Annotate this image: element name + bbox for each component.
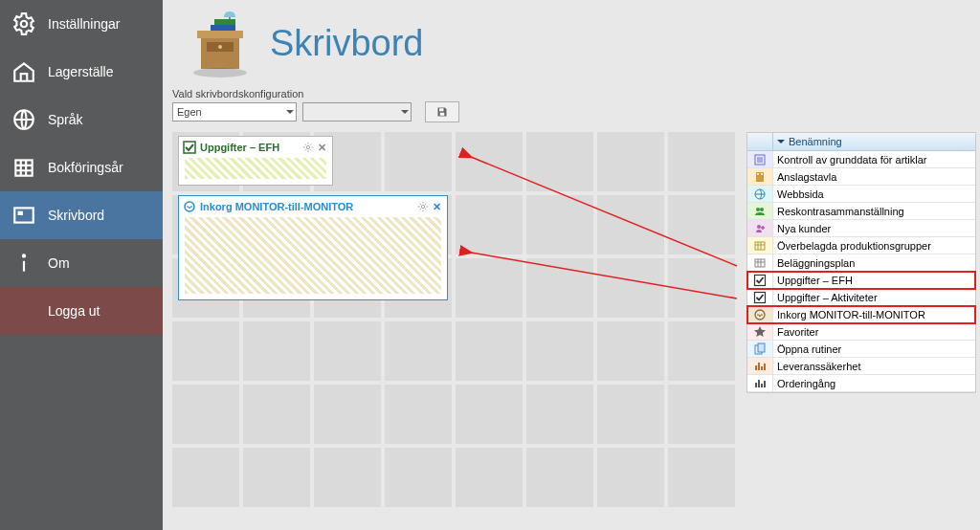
- list-item[interactable]: Kontroll av grunddata för artiklar: [747, 151, 975, 168]
- config-controls: Egen: [172, 101, 961, 122]
- svg-rect-9: [197, 31, 243, 38]
- list-item-label: Inkorg MONITOR-till-MONITOR: [773, 309, 975, 320]
- nav-desktop[interactable]: Skrivbord: [0, 191, 163, 239]
- nav-about[interactable]: Om: [0, 239, 163, 287]
- nav-language[interactable]: Språk: [0, 96, 163, 144]
- chevron-down-icon: [401, 110, 409, 114]
- list-item-icon: [747, 323, 773, 340]
- list-body: Kontroll av grunddata för artiklarAnslag…: [747, 151, 975, 392]
- list-item[interactable]: Nya kunder: [747, 220, 975, 237]
- nav-label: Språk: [48, 112, 83, 127]
- nav-warehouse[interactable]: Lagerställe: [0, 48, 163, 96]
- config-select-secondary[interactable]: [302, 102, 412, 121]
- list-item-label: Uppgifter – EFH: [773, 275, 975, 286]
- list-item[interactable]: Webbsida: [747, 186, 975, 203]
- save-button[interactable]: [425, 101, 459, 122]
- svg-rect-16: [184, 142, 195, 153]
- sort-caret-icon: [777, 140, 785, 144]
- svg-point-27: [756, 208, 760, 211]
- list-item[interactable]: Inkorg MONITOR-till-MONITOR: [747, 306, 975, 323]
- nav-settings[interactable]: Inställningar: [0, 0, 163, 48]
- blank-icon: [11, 298, 36, 323]
- list-item-label: Orderingång: [773, 378, 975, 389]
- list-item[interactable]: Reskontrasammanställning: [747, 203, 975, 220]
- nav-label: Bokföringsår: [48, 160, 123, 175]
- list-item[interactable]: Öppna rutiner: [747, 341, 975, 358]
- list-item-icon: [747, 306, 773, 322]
- list-item[interactable]: Uppgifter – Aktiviteter: [747, 289, 975, 306]
- list-item-icon: [747, 254, 773, 271]
- svg-point-18: [185, 202, 194, 211]
- svg-point-28: [760, 208, 764, 211]
- list-item-label: Uppgifter – Aktiviteter: [773, 292, 975, 303]
- list-item-icon: [747, 220, 773, 236]
- list-item-label: Anslagstavla: [773, 171, 975, 183]
- svg-rect-30: [755, 242, 765, 250]
- svg-rect-31: [755, 259, 765, 267]
- list-item-icon: [747, 168, 773, 185]
- list-item-icon: [747, 272, 773, 288]
- list-item-icon: [747, 375, 773, 391]
- list-item-label: Överbelagda produktionsgrupper: [773, 240, 975, 252]
- list-item[interactable]: Orderingång: [747, 375, 975, 392]
- list-item-icon: [747, 203, 773, 219]
- list-header-label: Benämning: [789, 136, 842, 147]
- widget-efh[interactable]: Uppgifter – EFH ✕: [178, 136, 333, 186]
- list-item[interactable]: Leveranssäkerhet: [747, 358, 975, 375]
- widget-gear-icon[interactable]: [301, 141, 315, 154]
- nav-label: Logga ut: [48, 303, 100, 319]
- widget-body: [185, 158, 326, 179]
- svg-point-17: [306, 145, 309, 148]
- calendar-grid-icon: [11, 155, 36, 180]
- drop-grid[interactable]: [172, 132, 735, 507]
- list-header[interactable]: Benämning: [747, 133, 975, 151]
- list-item[interactable]: Beläggningsplan: [747, 254, 975, 272]
- list-item-label: Nya kunder: [773, 223, 975, 234]
- widget-gear-icon[interactable]: [416, 200, 430, 213]
- svg-point-19: [421, 205, 424, 208]
- config-label: Vald skrivbordskonfiguration: [172, 88, 961, 99]
- desk-icon: [182, 8, 258, 78]
- nav-label: Lagerställe: [48, 64, 114, 79]
- svg-rect-15: [440, 113, 445, 116]
- list-item[interactable]: Anslagstavla: [747, 168, 975, 186]
- widget-list-panel: Benämning Kontroll av grunddata för arti…: [746, 132, 976, 393]
- app-root: Inställningar Lagerställe Språk Bokförin…: [0, 0, 980, 530]
- list-item[interactable]: Överbelagda produktionsgrupper: [747, 237, 975, 254]
- nav-label: Skrivbord: [48, 208, 104, 223]
- svg-point-13: [193, 68, 247, 77]
- nav-label: Inställningar: [48, 16, 121, 32]
- list-item-icon: [747, 237, 773, 254]
- checkbox-icon: [183, 141, 196, 154]
- svg-point-25: [761, 173, 763, 175]
- list-item-label: Leveranssäkerhet: [773, 361, 975, 372]
- page-title: Skrivbord: [270, 23, 424, 64]
- list-item-label: Beläggningsplan: [773, 257, 975, 269]
- list-item[interactable]: Favoriter: [747, 323, 975, 341]
- svg-point-0: [21, 21, 28, 28]
- dashboard-icon: [11, 203, 36, 228]
- svg-rect-4: [18, 211, 23, 215]
- save-icon: [436, 106, 448, 118]
- svg-rect-8: [211, 25, 235, 31]
- nav-fiscalyear[interactable]: Bokföringsår: [0, 144, 163, 191]
- main-area: Skrivbord Vald skrivbordskonfiguration E…: [163, 0, 980, 530]
- widget-header: Uppgifter – EFH ✕: [179, 137, 332, 158]
- widget-close-icon[interactable]: ✕: [430, 200, 443, 213]
- gear-icon: [11, 11, 36, 36]
- info-icon: [11, 251, 36, 276]
- inbox-icon: [183, 200, 196, 213]
- widget-inkorg[interactable]: Inkorg MONITOR-till-MONITOR ✕: [178, 195, 448, 300]
- widget-close-icon[interactable]: ✕: [315, 141, 328, 154]
- svg-rect-7: [214, 19, 235, 25]
- nav-logout[interactable]: Logga ut: [0, 287, 163, 335]
- config-select[interactable]: Egen: [172, 102, 297, 121]
- svg-point-5: [23, 254, 25, 256]
- list-item-label: Favoriter: [773, 326, 975, 338]
- list-item-label: Öppna rutiner: [773, 343, 975, 355]
- chevron-down-icon: [286, 110, 294, 114]
- list-header-name-col[interactable]: Benämning: [773, 136, 975, 147]
- list-item[interactable]: Uppgifter – EFH: [747, 272, 975, 289]
- svg-rect-36: [758, 343, 765, 352]
- list-item-icon: [747, 289, 773, 305]
